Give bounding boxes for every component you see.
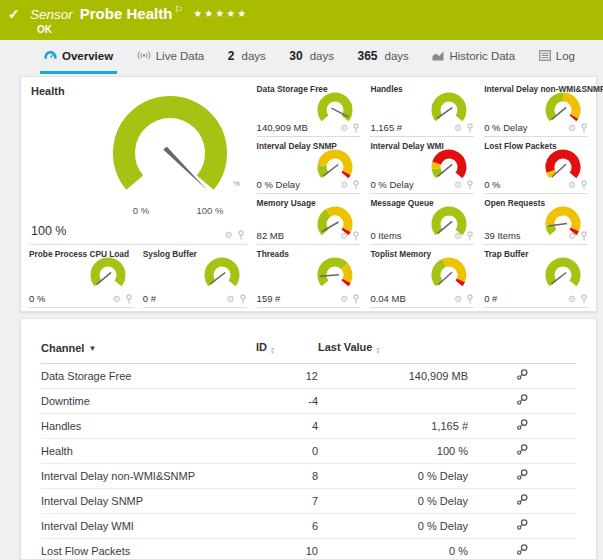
tab-historic-data[interactable]: Historic Data <box>428 40 519 74</box>
channel-settings-icon[interactable] <box>516 393 529 406</box>
priority-stars[interactable]: ★★★★★ <box>193 8 248 19</box>
pin-icon[interactable] <box>580 231 588 241</box>
tab-days-2[interactable]: 2days <box>224 40 270 74</box>
gauge-cell-message-queue[interactable]: Message Queue0 Items⚙ <box>370 197 474 245</box>
pin-icon[interactable] <box>237 230 245 240</box>
gauge-cell-interval-delay-wmi[interactable]: Interval Delay WMI0 % Delay⚙ <box>370 140 474 194</box>
pin-icon[interactable] <box>466 180 474 190</box>
pin-icon[interactable] <box>466 231 474 241</box>
gauge-settings-gear-icon[interactable]: ⚙ <box>340 295 348 304</box>
tab-number: 2 <box>228 49 235 63</box>
pin-icon[interactable] <box>466 123 474 133</box>
tab-days-365[interactable]: 365days <box>354 40 413 74</box>
column-header-last-value[interactable]: Last Value▲▼ <box>318 333 468 363</box>
table-row[interactable]: Interval Delay WMI60 % Delay <box>41 513 576 538</box>
channel-last-value: 100 % <box>318 438 468 463</box>
gauge-settings-gear-icon[interactable]: ⚙ <box>568 232 576 241</box>
gauge-settings-gear-icon[interactable]: ⚙ <box>454 181 462 190</box>
flag-icon[interactable]: ⚐ <box>174 4 183 15</box>
channel-settings-cell[interactable] <box>468 438 576 463</box>
pin-icon[interactable] <box>125 294 133 304</box>
tab-live-data[interactable]: Live Data <box>133 40 209 74</box>
pin-icon[interactable] <box>352 123 360 133</box>
gauge-cell-memory-usage[interactable]: Memory Usage82 MB⚙ <box>257 197 361 245</box>
channel-settings-icon[interactable] <box>516 543 529 556</box>
pin-icon[interactable] <box>352 180 360 190</box>
gauge-settings-gear-icon[interactable]: ⚙ <box>340 181 348 190</box>
channel-last-value: 0 % Delay <box>318 513 468 538</box>
table-row[interactable]: Health0100 % <box>41 438 576 463</box>
table-row[interactable]: Lost Flow Packets100 % <box>41 538 576 560</box>
channel-last-value: 0 % <box>318 538 468 560</box>
pin-icon[interactable] <box>466 294 474 304</box>
pin-icon[interactable] <box>580 294 588 304</box>
channel-settings-cell[interactable] <box>468 538 576 560</box>
channel-settings-cell[interactable] <box>468 488 576 513</box>
gauge-settings-gear-icon[interactable]: ⚙ <box>113 295 121 304</box>
pin-icon[interactable] <box>352 231 360 241</box>
table-row[interactable]: Interval Delay non-WMI&SNMP80 % Delay <box>41 463 576 488</box>
pin-icon[interactable] <box>352 294 360 304</box>
channel-name[interactable]: Handles <box>41 413 256 438</box>
gauge-settings-gear-icon[interactable]: ⚙ <box>568 124 576 133</box>
gauge-cell-threads[interactable]: Threads159 #⚙ <box>257 248 361 308</box>
channel-settings-icon[interactable] <box>516 418 529 431</box>
gauge-settings-gear-icon[interactable]: ⚙ <box>454 232 462 241</box>
channel-settings-cell[interactable] <box>468 413 576 438</box>
gauge-cell-trap-buffer[interactable]: Trap Buffer0 #⚙ <box>484 248 588 308</box>
sort-desc-icon: ▼ <box>88 344 96 353</box>
channel-name[interactable]: Interval Delay SNMP <box>41 488 256 513</box>
tab-overview[interactable]: Overview <box>40 40 117 74</box>
column-header-id[interactable]: ID▲▼ <box>256 333 318 363</box>
channel-settings-cell[interactable] <box>468 388 576 413</box>
gauge-settings-gear-icon[interactable]: ⚙ <box>454 124 462 133</box>
gauge-cell-interval-delay-non-wmi-snmp[interactable]: Interval Delay non-WMI&SNMP0 % Delay⚙ <box>484 83 588 137</box>
channel-settings-icon[interactable] <box>516 368 529 381</box>
health-gauge-cell[interactable]: Health 0 % 100 % % 100 % ⚙ <box>29 83 247 245</box>
channel-settings-cell[interactable] <box>468 463 576 488</box>
channel-settings-icon[interactable] <box>516 518 529 531</box>
channel-settings-cell[interactable] <box>468 363 576 388</box>
channel-settings-cell[interactable] <box>468 513 576 538</box>
gauge-dial <box>540 255 586 295</box>
gauge-cell-syslog-buffer[interactable]: Syslog Buffer0 #⚙ <box>143 248 247 308</box>
gauge-cell-toplist-memory[interactable]: Toplist Memory0.04 MB⚙ <box>370 248 474 308</box>
gauge-cell-interval-delay-snmp[interactable]: Interval Delay SNMP0 % Delay⚙ <box>257 140 361 194</box>
channel-name[interactable]: Downtime <box>41 388 256 413</box>
gauge-settings-gear-icon[interactable]: ⚙ <box>568 181 576 190</box>
gauge-label: Handles <box>370 84 402 94</box>
pin-icon[interactable] <box>580 123 588 133</box>
table-row[interactable]: Interval Delay SNMP70 % Delay <box>41 488 576 513</box>
gauge-settings-gear-icon[interactable]: ⚙ <box>454 295 462 304</box>
gauge-cell-lost-flow-packets[interactable]: Lost Flow Packets0 %⚙ <box>484 140 588 194</box>
table-row[interactable]: Data Storage Free12140,909 MB <box>41 363 576 388</box>
gauge-settings-gear-icon[interactable]: ⚙ <box>568 295 576 304</box>
channel-name[interactable]: Lost Flow Packets <box>41 538 256 560</box>
channel-settings-icon[interactable] <box>516 468 529 481</box>
channel-name[interactable]: Interval Delay non-WMI&SNMP <box>41 463 256 488</box>
gauge-value: 0 # <box>484 293 497 304</box>
gauge-label: Threads <box>257 249 289 259</box>
tab-log[interactable]: Log <box>535 40 579 74</box>
channel-settings-icon[interactable] <box>516 493 529 506</box>
gauge-value: 0 # <box>143 293 156 304</box>
channel-settings-icon[interactable] <box>516 443 529 456</box>
gauge-settings-gear-icon[interactable]: ⚙ <box>340 124 348 133</box>
table-row[interactable]: Handles41,165 # <box>41 413 576 438</box>
gauge-cell-open-requests[interactable]: Open Requests39 Items⚙ <box>484 197 588 245</box>
pin-icon[interactable] <box>580 180 588 190</box>
table-row[interactable]: Downtime-4 <box>41 388 576 413</box>
channel-name[interactable]: Interval Delay WMI <box>41 513 256 538</box>
gauge-settings-gear-icon[interactable]: ⚙ <box>340 232 348 241</box>
gauge-settings-gear-icon[interactable]: ⚙ <box>225 231 233 240</box>
gauge-cell-data-storage-free[interactable]: Data Storage Free140,909 MB⚙ <box>257 83 361 137</box>
channel-name[interactable]: Data Storage Free <box>41 363 256 388</box>
gauge-settings-gear-icon[interactable]: ⚙ <box>227 295 235 304</box>
pin-icon[interactable] <box>239 294 247 304</box>
column-header-channel[interactable]: Channel▼ <box>41 333 256 363</box>
gauge-cell-probe-process-cpu-load[interactable]: Probe Process CPU Load0 %⚙ <box>29 248 133 308</box>
gauge-cell-handles[interactable]: Handles1,165 #⚙ <box>370 83 474 137</box>
channel-last-value: 140,909 MB <box>318 363 468 388</box>
channel-name[interactable]: Health <box>41 438 256 463</box>
tab-days-30[interactable]: 30days <box>285 40 338 74</box>
